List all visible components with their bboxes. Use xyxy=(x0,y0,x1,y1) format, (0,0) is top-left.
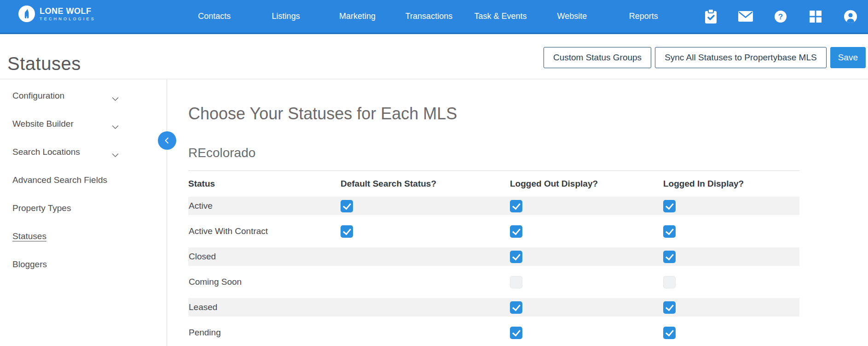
sidebar-item-label: Search Locations xyxy=(12,147,80,157)
save-button[interactable]: Save xyxy=(830,47,866,68)
cell-logged-in xyxy=(663,327,799,339)
column-header-default-search-status: Default Search Status? xyxy=(341,179,510,189)
table-body: ActiveActive With ContractClosedComing S… xyxy=(188,197,799,342)
sidebar-item-label: Property Types xyxy=(12,203,71,213)
mail-envelope-icon[interactable] xyxy=(728,0,763,33)
status-label: Active xyxy=(188,201,341,211)
table-header-row: StatusDefault Search Status?Logged Out D… xyxy=(188,171,799,197)
status-label: Active With Contract xyxy=(188,226,341,236)
default-search-checkbox[interactable] xyxy=(341,225,353,238)
status-label: Pending xyxy=(188,328,341,338)
header-actions: Custom Status GroupsSync All Statuses to… xyxy=(544,47,866,68)
cell-logged-in xyxy=(663,200,799,212)
help-icon[interactable]: ? xyxy=(763,0,798,33)
nav-link-reports[interactable]: Reports xyxy=(608,0,679,33)
logged-out-checkbox[interactable] xyxy=(510,301,522,314)
brand-name: LONE WOLF xyxy=(40,6,96,16)
lone-wolf-logo: LONE WOLF TECHNOLOGIES xyxy=(18,6,96,22)
cell-logged-out xyxy=(510,225,663,238)
cell-logged-in xyxy=(663,301,799,314)
sidebar-collapse-button[interactable] xyxy=(158,131,176,150)
cell-default-search xyxy=(341,225,510,238)
sidebar-item-label: Configuration xyxy=(12,91,64,101)
nav-link-task-events[interactable]: Task & Events xyxy=(465,0,536,33)
nav-link-marketing[interactable]: Marketing xyxy=(322,0,393,33)
status-label: Coming Soon xyxy=(188,277,341,287)
nav-link-transactions[interactable]: Transactions xyxy=(393,0,464,33)
mls-name-heading: REcolorado xyxy=(188,146,868,160)
sidebar-item-bloggers[interactable]: Bloggers xyxy=(0,250,167,278)
sidebar-item-statuses[interactable]: Statuses xyxy=(0,222,167,250)
nav-link-website[interactable]: Website xyxy=(536,0,608,33)
page-header: Statuses Custom Status GroupsSync All St… xyxy=(0,34,868,79)
nav-link-listings[interactable]: Listings xyxy=(250,0,321,33)
logged-in-checkbox[interactable] xyxy=(663,276,676,288)
settings-sidebar: ConfigurationWebsite BuilderSearch Locat… xyxy=(0,79,167,346)
logged-in-checkbox[interactable] xyxy=(663,301,676,314)
main-content: Choose Your Statuses for Each MLS REcolo… xyxy=(168,79,868,346)
column-header-logged-out-display: Logged Out Display? xyxy=(510,179,663,189)
section-heading: Choose Your Statuses for Each MLS xyxy=(188,105,868,123)
sync-all-statuses-to-propertybase-mls-button[interactable]: Sync All Statuses to Propertybase MLS xyxy=(655,47,827,68)
status-row-active-with-contract: Active With Contract xyxy=(188,222,799,240)
nav-links: ContactsListingsMarketingTransactionsTas… xyxy=(179,0,679,33)
chevron-left-icon xyxy=(163,136,171,145)
cell-logged-out xyxy=(510,251,663,263)
page-title: Statuses xyxy=(7,53,81,74)
cell-logged-out xyxy=(510,200,663,212)
logged-in-checkbox[interactable] xyxy=(663,327,676,339)
logged-out-checkbox[interactable] xyxy=(510,200,522,212)
status-label: Leased xyxy=(188,302,341,312)
chevron-down-icon xyxy=(112,94,119,104)
logged-out-checkbox[interactable] xyxy=(510,327,522,339)
chevron-down-icon xyxy=(112,122,119,132)
status-row-leased: Leased xyxy=(188,298,799,317)
status-row-closed: Closed xyxy=(188,247,799,266)
logged-out-checkbox[interactable] xyxy=(510,225,522,238)
sidebar-item-configuration[interactable]: Configuration xyxy=(0,82,167,110)
custom-status-groups-button[interactable]: Custom Status Groups xyxy=(544,47,651,68)
cell-logged-in xyxy=(663,276,799,288)
account-icon[interactable] xyxy=(833,0,868,33)
nav-link-contacts[interactable]: Contacts xyxy=(179,0,250,33)
cell-logged-out xyxy=(510,276,663,288)
apps-grid-icon[interactable] xyxy=(798,0,833,33)
sidebar-item-advanced-search-fields[interactable]: Advanced Search Fields xyxy=(0,166,167,194)
tasks-clipboard-icon[interactable] xyxy=(693,0,728,33)
status-row-active: Active xyxy=(188,197,799,215)
sidebar-item-label: Statuses xyxy=(12,231,46,241)
logged-in-checkbox[interactable] xyxy=(663,225,676,238)
default-search-checkbox[interactable] xyxy=(341,200,353,212)
brand-subname: TECHNOLOGIES xyxy=(40,17,96,22)
sidebar-item-search-locations[interactable]: Search Locations xyxy=(0,138,167,166)
status-row-pending: Pending xyxy=(188,323,799,342)
sidebar-item-property-types[interactable]: Property Types xyxy=(0,194,167,222)
sidebar-item-label: Website Builder xyxy=(12,119,74,129)
logged-out-checkbox[interactable] xyxy=(510,276,522,288)
logged-out-checkbox[interactable] xyxy=(510,251,522,263)
cell-logged-in xyxy=(663,251,799,263)
logged-in-checkbox[interactable] xyxy=(663,251,676,263)
cell-default-search xyxy=(341,200,510,212)
logged-in-checkbox[interactable] xyxy=(663,200,676,212)
chevron-down-icon xyxy=(112,150,119,160)
page: LONE WOLF TECHNOLOGIES ContactsListingsM… xyxy=(0,0,868,346)
sidebar-item-website-builder[interactable]: Website Builder xyxy=(0,110,167,138)
svg-text:?: ? xyxy=(778,12,783,21)
wolf-logo-icon xyxy=(18,6,35,22)
status-row-coming-soon: Coming Soon xyxy=(188,273,799,291)
sidebar-item-label: Advanced Search Fields xyxy=(12,175,107,185)
cell-logged-in xyxy=(663,225,799,238)
cell-logged-out xyxy=(510,301,663,314)
nav-action-icons: ? xyxy=(693,0,868,33)
statuses-table: StatusDefault Search Status?Logged Out D… xyxy=(188,170,799,342)
top-navbar: LONE WOLF TECHNOLOGIES ContactsListingsM… xyxy=(0,0,868,34)
column-header-status: Status xyxy=(188,179,341,189)
cell-logged-out xyxy=(510,327,663,339)
status-label: Closed xyxy=(188,252,341,262)
column-header-logged-in-display: Logged In Display? xyxy=(663,179,799,189)
sidebar-item-label: Bloggers xyxy=(12,259,47,270)
